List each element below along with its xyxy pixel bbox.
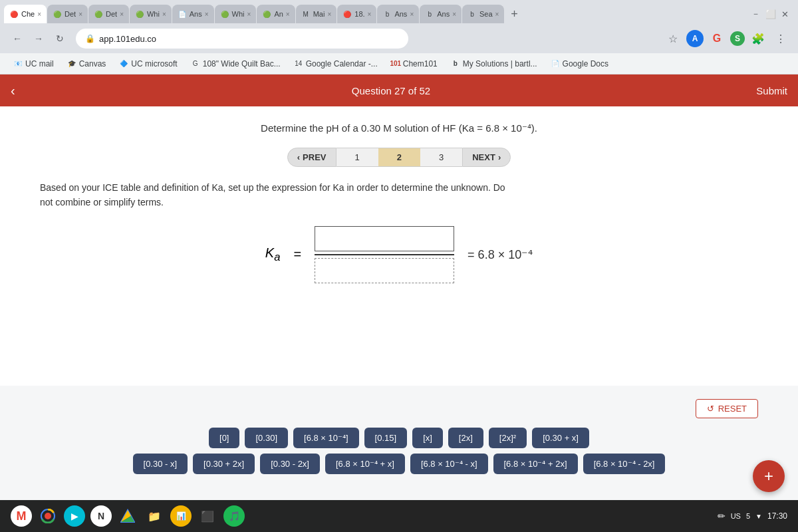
step-1-button[interactable]: 1 [336, 148, 378, 167]
tab-close-12[interactable]: × [495, 11, 499, 18]
reset-button[interactable]: ↺ RESET [696, 399, 758, 418]
tab-7[interactable]: 🟢 An × [257, 5, 295, 23]
answer-btn-68e4p2x[interactable]: [6.8 × 10⁻⁴ + 2x] [493, 454, 578, 474]
tab-active[interactable]: 🔴 Che × [4, 5, 47, 23]
tab-2[interactable]: 🟢 Det × [47, 5, 88, 23]
tab-label-7: An [274, 10, 283, 18]
tab-close-4[interactable]: × [162, 11, 166, 18]
star-button[interactable]: ☆ [664, 29, 682, 48]
maximize-icon[interactable]: ⬜ [765, 9, 776, 19]
tab-close-7[interactable]: × [286, 11, 290, 18]
submit-button[interactable]: Submit [756, 85, 787, 96]
bookmark-calendar[interactable]: 14 Google Calendar -... [289, 58, 383, 70]
tab-favicon-10: b [382, 9, 392, 19]
menu-button[interactable]: ⋮ [771, 29, 790, 48]
tab-close-2[interactable]: × [78, 11, 82, 18]
tab-close-8[interactable]: × [327, 11, 331, 18]
bookmark-googledocs[interactable]: 📄 Google Docs [545, 58, 614, 70]
forward-button[interactable]: → [29, 29, 48, 48]
answer-btn-030px[interactable]: [0.30 + x] [532, 428, 589, 448]
tab-close-5[interactable]: × [205, 11, 209, 18]
bookmark-favicon-ucmicrosoft: 🔷 [119, 59, 128, 68]
bookmark-label-calendar: Google Calendar -... [306, 59, 378, 68]
answer-btn-68e4mx[interactable]: [6.8 × 10⁻⁴ - x] [410, 454, 488, 474]
taskbar-spotify[interactable]: 🎵 [223, 505, 245, 527]
bookmark-ucmicrosoft[interactable]: 🔷 UC microsoft [114, 58, 182, 70]
bookmark-canvas[interactable]: 🎓 Canvas [62, 58, 112, 70]
tab-11[interactable]: b Ans × [420, 5, 462, 23]
reload-button[interactable]: ↻ [51, 29, 69, 48]
taskbar-screen[interactable]: ⬛ [197, 505, 218, 527]
google-account-button[interactable]: G [708, 29, 726, 48]
answer-btn-68e4m2x[interactable]: [6.8 × 10⁻⁴ - 2x] [583, 454, 666, 474]
tab-3[interactable]: 🟢 Det × [88, 5, 129, 23]
extensions-button[interactable]: 🧩 [749, 29, 767, 48]
tab-6[interactable]: 🟢 Whi × [215, 5, 257, 23]
profile-button[interactable]: A [686, 30, 704, 47]
answer-btn-68e4px[interactable]: [6.8 × 10⁻⁴ + x] [325, 454, 405, 474]
tab-favicon-7: 🟢 [262, 9, 271, 19]
ka-fraction-line [315, 254, 454, 255]
tab-favicon-active: 🔴 [9, 9, 19, 19]
answer-btn-x[interactable]: [x] [412, 428, 443, 448]
answer-btn-2x2[interactable]: [2x]² [489, 428, 527, 448]
step-3-button[interactable]: 3 [420, 148, 462, 167]
close-window-icon[interactable]: ✕ [781, 9, 789, 19]
ka-numerator-input[interactable] [315, 226, 454, 251]
tab-close-9[interactable]: × [368, 11, 372, 18]
taskbar-play[interactable]: ▶ [64, 505, 85, 527]
answer-btn-015[interactable]: [0.15] [364, 428, 408, 448]
answer-buttons-row-2: [0.30 - x] [0.30 + 2x] [0.30 - 2x] [6.8 … [40, 454, 758, 474]
instruction-text: Based on your ICE table and definition o… [40, 180, 505, 210]
bookmark-ucmail[interactable]: 📧 UC mail [8, 58, 59, 70]
taskbar-chrome[interactable] [37, 505, 59, 527]
bookmark-quilt[interactable]: G 108" Wide Quilt Bac... [186, 58, 286, 70]
tab-favicon-8: M [301, 9, 311, 19]
main-content: Determine the pH of a 0.30 M solution of… [0, 106, 798, 386]
svg-point-1 [45, 513, 51, 519]
bookmark-chem101[interactable]: 101 Chem101 [386, 58, 443, 70]
taskbar-slides[interactable]: 📊 [170, 505, 192, 527]
fab-button[interactable]: + [753, 460, 785, 492]
taskbar-gmail[interactable]: M [11, 505, 32, 527]
tab-close-11[interactable]: × [452, 11, 456, 18]
minimize-icon[interactable]: － [751, 8, 760, 20]
prev-step-button[interactable]: ‹ PREV [287, 148, 336, 167]
ka-denominator-input[interactable] [315, 258, 454, 283]
tab-close-10[interactable]: × [410, 11, 414, 18]
ka-result-label: = 6.8 × 10⁻⁴ [467, 247, 533, 262]
taskbar-files[interactable]: 📁 [144, 505, 165, 527]
s-button[interactable]: S [730, 31, 745, 46]
taskbar-drive[interactable] [117, 505, 138, 527]
tab-10[interactable]: b Ans × [377, 5, 419, 23]
answer-btn-2x[interactable]: [2x] [448, 428, 483, 448]
answer-btn-68e-4[interactable]: [6.8 × 10⁻⁴] [293, 428, 359, 448]
answer-btn-030[interactable]: [0.30] [245, 428, 288, 448]
tab-12[interactable]: b Sea × [462, 5, 504, 23]
taskbar-flag: US [731, 512, 741, 520]
taskbar-notion[interactable]: N [90, 505, 112, 527]
address-input[interactable]: 🔒 app.101edu.co [76, 29, 408, 49]
tab-5[interactable]: 📄 Ans × [172, 5, 214, 23]
tab-4[interactable]: 🟢 Whi × [130, 5, 172, 23]
tab-close-6[interactable]: × [247, 11, 251, 18]
tab-close-active[interactable]: × [37, 11, 41, 18]
answer-btn-030p2x[interactable]: [0.30 + 2x] [193, 454, 255, 474]
bookmark-favicon-googledocs: 📄 [551, 59, 560, 68]
answer-btn-0[interactable]: [0] [209, 428, 239, 448]
tab-9[interactable]: 🔴 18. × [337, 5, 376, 23]
step-2-button[interactable]: 2 [378, 148, 420, 167]
window-controls: － ⬜ ✕ [751, 8, 794, 20]
bookmark-mysolutions[interactable]: b My Solutions | bartl... [446, 58, 543, 70]
new-tab-button[interactable]: + [505, 5, 523, 23]
tab-label-2: Det [65, 10, 76, 18]
answer-btn-030m2x[interactable]: [0.30 - 2x] [260, 454, 320, 474]
answer-btn-030mx[interactable]: [0.30 - x] [133, 454, 188, 474]
back-button[interactable]: ← [8, 29, 27, 48]
next-step-button[interactable]: NEXT › [462, 148, 511, 167]
tab-favicon-5: 📄 [178, 9, 187, 19]
tab-8[interactable]: M Mai × [296, 5, 337, 23]
bookmarks-bar: 📧 UC mail 🎓 Canvas 🔷 UC microsoft G 108"… [0, 53, 798, 74]
back-button[interactable]: ‹ [11, 83, 15, 98]
tab-close-3[interactable]: × [120, 11, 124, 18]
